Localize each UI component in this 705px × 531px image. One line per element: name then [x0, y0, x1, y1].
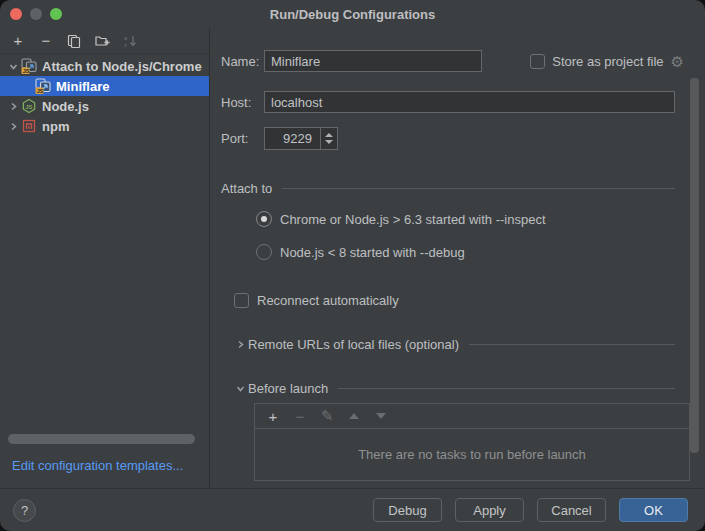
reconnect-label: Reconnect automatically — [257, 293, 399, 308]
chevron-down-icon[interactable] — [232, 380, 248, 396]
move-task-up-icon — [346, 408, 362, 424]
remote-urls-label: Remote URLs of local files (optional) — [248, 337, 459, 352]
nodejs-icon: JS — [21, 98, 37, 114]
radio-debug-label: Node.js < 8 started with --debug — [280, 245, 465, 260]
separator-line — [469, 344, 675, 345]
chevron-right-icon[interactable] — [232, 336, 248, 352]
footer-buttons: Debug Apply Cancel OK — [373, 498, 688, 522]
task-toolbar: + − ✎ — [255, 404, 689, 429]
attach-to-label: Attach to — [221, 181, 272, 196]
store-settings-gear-icon[interactable]: ⚙ — [671, 54, 684, 69]
tree-item-npm-group[interactable]: npm — [0, 116, 209, 136]
svg-text:JS: JS — [37, 88, 44, 94]
tree-item-nodejs-group[interactable]: JS Node.js — [0, 96, 209, 116]
port-spinner-buttons[interactable] — [320, 128, 337, 149]
radio-selected-icon[interactable] — [256, 211, 272, 227]
separator-line — [338, 388, 675, 389]
before-launch-label: Before launch — [248, 381, 328, 396]
tree-item-label: npm — [42, 119, 69, 134]
port-spinner-field[interactable]: 9229 — [264, 127, 338, 150]
separator-line — [282, 188, 675, 189]
sidebar-toolbar: + − az — [0, 28, 209, 54]
attach-to-section: Attach to — [221, 181, 705, 196]
debug-button[interactable]: Debug — [373, 498, 442, 522]
tree-item-label: Miniflare — [56, 79, 109, 94]
before-launch-section[interactable]: Before launch — [221, 380, 705, 396]
attach-nodejs-icon: JS — [21, 58, 37, 74]
chevron-down-icon[interactable] — [5, 58, 21, 74]
host-label: Host: — [221, 95, 264, 110]
traffic-lights — [10, 8, 62, 20]
remove-configuration-icon[interactable]: − — [38, 33, 54, 49]
cancel-button[interactable]: Cancel — [537, 498, 606, 522]
port-row: Port: 9229 — [221, 127, 705, 150]
before-launch-task-panel: + − ✎ There are no tasks to run before l… — [254, 403, 690, 481]
store-as-project-file: Store as project file ⚙ — [530, 54, 684, 69]
configurations-tree: JS Attach to Node.js/Chrome JS Miniflare — [0, 54, 209, 136]
edit-configuration-templates-link[interactable]: Edit configuration templates... — [12, 458, 183, 473]
ok-button[interactable]: OK — [619, 498, 688, 522]
dialog-title: Run/Debug Configurations — [270, 7, 435, 22]
port-label: Port: — [221, 131, 264, 146]
svg-text:a: a — [124, 35, 128, 41]
edit-task-pencil-icon: ✎ — [319, 408, 335, 424]
name-label: Name: — [221, 54, 264, 69]
tree-item-miniflare[interactable]: JS Miniflare — [0, 76, 209, 96]
store-as-project-file-label: Store as project file — [552, 54, 663, 69]
run-debug-configurations-dialog: Run/Debug Configurations + − az — [0, 0, 705, 531]
dialog-footer: ? Debug Apply Cancel OK — [0, 488, 705, 531]
tree-item-attach-group[interactable]: JS Attach to Node.js/Chrome — [0, 56, 209, 76]
help-button[interactable]: ? — [13, 499, 36, 522]
add-configuration-icon[interactable]: + — [10, 33, 26, 49]
reconnect-checkbox[interactable] — [234, 293, 249, 308]
move-to-new-folder-icon[interactable] — [94, 33, 110, 49]
sort-configurations-icon: az — [122, 33, 138, 49]
radio-row-inspect[interactable]: Chrome or Node.js > 6.3 started with --i… — [221, 209, 705, 229]
spinner-down-icon[interactable] — [325, 140, 333, 144]
move-task-down-icon — [373, 408, 389, 424]
add-task-icon[interactable]: + — [265, 408, 281, 424]
tree-item-label: Node.js — [42, 99, 89, 114]
reconnect-row[interactable]: Reconnect automatically — [221, 293, 705, 308]
chevron-right-icon[interactable] — [5, 118, 21, 134]
npm-icon — [21, 118, 37, 134]
tree-item-label: Attach to Node.js/Chrome — [42, 59, 202, 74]
radio-unselected-icon[interactable] — [256, 244, 272, 260]
configurations-sidebar: + − az JS — [0, 28, 210, 488]
radio-inspect-label: Chrome or Node.js > 6.3 started with --i… — [280, 212, 546, 227]
name-row: Name: Store as project file ⚙ — [221, 50, 705, 72]
zoom-window-button[interactable] — [50, 8, 62, 20]
host-input[interactable] — [264, 91, 675, 113]
remove-task-icon: − — [292, 408, 308, 424]
svg-text:z: z — [124, 42, 127, 48]
close-window-button[interactable] — [10, 8, 22, 20]
configuration-form: Name: Store as project file ⚙ Host: Port… — [210, 28, 705, 488]
sidebar-horizontal-scrollbar[interactable] — [8, 434, 195, 444]
remote-urls-section[interactable]: Remote URLs of local files (optional) — [221, 336, 705, 352]
chevron-right-icon[interactable] — [5, 98, 21, 114]
apply-button[interactable]: Apply — [455, 498, 524, 522]
radio-row-debug[interactable]: Node.js < 8 started with --debug — [221, 242, 705, 262]
copy-configuration-icon[interactable] — [66, 33, 82, 49]
no-tasks-hint: There are no tasks to run before launch — [255, 429, 689, 480]
spinner-up-icon[interactable] — [325, 133, 333, 137]
host-row: Host: — [221, 91, 705, 113]
svg-text:JS: JS — [25, 104, 32, 110]
attach-nodejs-icon: JS — [35, 78, 51, 94]
minimize-window-button — [30, 8, 42, 20]
store-as-project-file-checkbox[interactable] — [530, 54, 545, 69]
name-input[interactable] — [264, 50, 482, 72]
form-vertical-scrollbar[interactable] — [690, 78, 699, 453]
svg-text:JS: JS — [23, 68, 30, 74]
title-bar: Run/Debug Configurations — [0, 0, 705, 28]
port-value[interactable]: 9229 — [265, 128, 320, 149]
